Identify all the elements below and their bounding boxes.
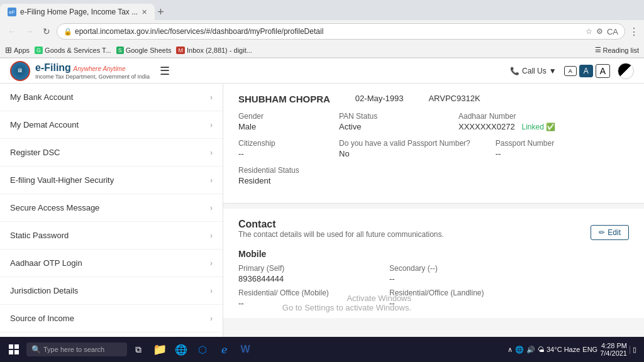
start-button[interactable] bbox=[3, 338, 25, 361]
logo-emblem: 🏛 bbox=[10, 61, 30, 81]
sidebar-item-demat[interactable]: My Demat Account › bbox=[0, 111, 223, 139]
star-icon[interactable]: ☆ bbox=[586, 27, 592, 36]
phone-icon: 📞 bbox=[510, 67, 519, 75]
sheets-icon: S bbox=[116, 47, 124, 54]
sidebar-label: Secure Access Message bbox=[10, 203, 99, 212]
search-icon: 🔍 bbox=[31, 345, 41, 354]
residential-value: Resident bbox=[238, 176, 299, 185]
sidebar-label: Jurisdiction Details bbox=[10, 286, 78, 295]
mobile-section-title: Mobile bbox=[238, 249, 629, 259]
network-icon[interactable]: 🌐 bbox=[515, 346, 524, 354]
font-medium-button[interactable]: A bbox=[579, 65, 593, 77]
bookmark-sheets[interactable]: S Google Sheets bbox=[116, 47, 172, 54]
bookmark-gst[interactable]: G Goods & Services T... bbox=[35, 47, 111, 54]
system-clock: 4:28 PM 7/4/2021 bbox=[600, 342, 627, 357]
sidebar-item-bank[interactable]: My Bank Account › bbox=[0, 84, 223, 111]
address-bar-icons: ☆ ⚙ CA bbox=[586, 27, 618, 36]
tab-close-button[interactable]: ✕ bbox=[142, 8, 147, 16]
task-view-icon: ⧉ bbox=[135, 344, 142, 355]
word-icon: W bbox=[240, 344, 250, 355]
secondary-mobile-field: Secondary (--) -- bbox=[389, 264, 502, 283]
passport-num-value: -- bbox=[496, 149, 554, 158]
hamburger-icon[interactable]: ☰ bbox=[160, 64, 170, 78]
chevron-right-icon: › bbox=[210, 148, 213, 157]
reload-button[interactable]: ↻ bbox=[40, 25, 53, 38]
residential-mobile-field: Residential/ Office (Mobile) -- bbox=[238, 288, 352, 308]
taskbar-search-bar[interactable]: 🔍 Type here to search bbox=[26, 343, 127, 356]
file-explorer-button[interactable]: 📁 bbox=[150, 339, 170, 359]
taskbar: 🔍 Type here to search ⧉ 📁 🌐 ⬡ ℯ W ∧ 🌐 🔊 … bbox=[0, 337, 644, 362]
sidebar-label: E-filing Vault-Higher Security bbox=[10, 175, 114, 185]
lock-icon: 🔒 bbox=[64, 28, 72, 36]
call-us[interactable]: 📞 Call Us ▼ bbox=[510, 67, 557, 75]
sidebar-item-vault[interactable]: E-filing Vault-Higher Security › bbox=[0, 167, 223, 194]
font-large-button[interactable]: A bbox=[596, 64, 610, 78]
sidebar-item-static-password[interactable]: Static Password › bbox=[0, 222, 223, 250]
sidebar-item-source-income[interactable]: Source of Income › bbox=[0, 305, 223, 332]
aadhaar-value: XXXXXXX0272 Linked ✅ bbox=[458, 122, 555, 131]
linked-badge: Linked ✅ bbox=[521, 123, 555, 131]
contact-title: Contact bbox=[238, 219, 444, 230]
profile-name: SHUBHAM CHOPRA bbox=[238, 94, 330, 104]
sidebar-item-aadhaar-otp[interactable]: Aadhaar OTP Login › bbox=[0, 250, 223, 277]
font-small-button[interactable]: A bbox=[564, 66, 577, 76]
forward-button[interactable]: → bbox=[23, 25, 36, 38]
dropdown-icon: ▼ bbox=[549, 67, 557, 75]
account-icon[interactable]: CA bbox=[607, 27, 618, 36]
apps-icon: ⊞ bbox=[5, 45, 12, 55]
chrome-button[interactable]: 🌐 bbox=[171, 339, 191, 359]
sidebar-item-secure-access[interactable]: Secure Access Message › bbox=[0, 194, 223, 222]
active-tab[interactable]: eF e-Filing Home Page, Income Tax ... ✕ bbox=[0, 4, 155, 20]
new-tab-button[interactable]: + bbox=[157, 6, 164, 19]
profile-dob: 02-May-1993 bbox=[355, 94, 404, 103]
extensions-icon[interactable]: ⚙ bbox=[596, 27, 603, 36]
volume-icon[interactable]: 🔊 bbox=[526, 346, 535, 354]
reading-icon: ☰ bbox=[595, 46, 601, 54]
bookmark-gmail[interactable]: M Inbox (2,881) - digit... bbox=[176, 47, 252, 54]
bookmarks-bar: ⊞ Apps G Goods & Services T... S Google … bbox=[0, 43, 644, 58]
edit-button[interactable]: ✏ Edit bbox=[591, 225, 629, 240]
ie-button[interactable]: ℯ bbox=[214, 339, 234, 359]
sidebar-label: Register DSC bbox=[10, 148, 60, 157]
chevron-right-icon: › bbox=[210, 231, 213, 240]
bookmark-label: Inbox (2,881) - digit... bbox=[187, 47, 252, 54]
tab-bar: eF e-Filing Home Page, Income Tax ... ✕ … bbox=[0, 0, 644, 20]
task-view-button[interactable]: ⧉ bbox=[128, 339, 148, 359]
bookmark-label: Google Sheets bbox=[126, 47, 172, 54]
search-placeholder: Type here to search bbox=[43, 346, 104, 353]
chevron-up-icon[interactable]: ∧ bbox=[508, 346, 513, 354]
passport-num-label: Passport Number bbox=[496, 139, 554, 148]
weather-text: 34°C Haze bbox=[547, 346, 580, 353]
address-bar[interactable]: 🔒 eportal.incometax.gov.in/iec/foservice… bbox=[57, 23, 625, 40]
weather-icon: 🌤 bbox=[538, 346, 545, 353]
contact-subtitle: The contact details will be used for all… bbox=[238, 230, 444, 239]
word-button[interactable]: W bbox=[235, 339, 255, 359]
gmail-icon: M bbox=[176, 47, 185, 54]
profile-name-row: SHUBHAM CHOPRA 02-May-1993 ARVPC9312K bbox=[238, 94, 629, 104]
show-desktop-button[interactable]: ▯ bbox=[630, 346, 636, 354]
reading-list-button[interactable]: ☰ Reading list bbox=[595, 46, 639, 54]
taskbar-right: ∧ 🌐 🔊 🌤 34°C Haze ENG 4:28 PM 7/4/2021 ▯ bbox=[508, 342, 641, 357]
residential-landline-value: -- bbox=[389, 299, 502, 308]
sidebar-item-dsc[interactable]: Register DSC › bbox=[0, 139, 223, 167]
residential-label: Residential Status bbox=[238, 166, 299, 175]
secondary-label: Secondary (--) bbox=[389, 264, 502, 273]
edge-button[interactable]: ⬡ bbox=[192, 339, 213, 359]
sidebar-label: Static Password bbox=[10, 231, 69, 240]
folder-icon: 📁 bbox=[153, 343, 167, 356]
ie-icon: ℯ bbox=[221, 344, 227, 356]
primary-label: Primary (Self) bbox=[238, 264, 352, 273]
residential-mobile-value: -- bbox=[238, 299, 352, 308]
header-right: 📞 Call Us ▼ A A A bbox=[510, 63, 634, 79]
contrast-toggle[interactable] bbox=[618, 63, 634, 79]
sidebar-item-jurisdiction[interactable]: Jurisdiction Details › bbox=[0, 277, 223, 305]
menu-icon[interactable]: ⋮ bbox=[629, 26, 639, 38]
back-button[interactable]: ← bbox=[5, 25, 19, 38]
bookmark-apps[interactable]: ⊞ Apps bbox=[5, 45, 30, 55]
chevron-right-icon: › bbox=[210, 121, 213, 129]
main-panel: SHUBHAM CHOPRA 02-May-1993 ARVPC9312K Ge… bbox=[223, 84, 644, 362]
chevron-right-icon: › bbox=[210, 259, 213, 268]
profile-details-row1: Gender Male PAN Status Active Aadhaar Nu… bbox=[238, 112, 629, 131]
primary-value: 8936844444 bbox=[238, 274, 352, 283]
edge-icon: ⬡ bbox=[198, 344, 207, 356]
